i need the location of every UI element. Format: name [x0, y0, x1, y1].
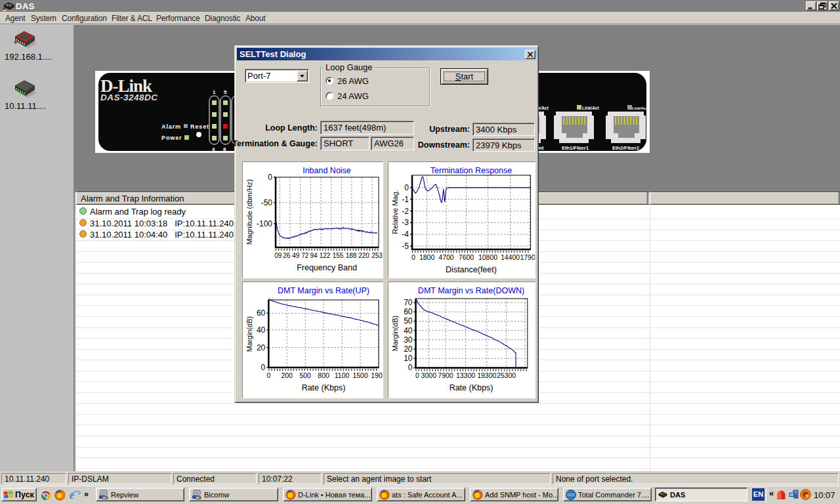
svg-text:-2: -2: [402, 207, 409, 216]
svg-text:0: 0: [411, 253, 415, 261]
svg-text:5: 5: [224, 89, 227, 95]
svg-text:Frequency Band: Frequency Band: [297, 263, 357, 272]
svg-text:-50: -50: [261, 198, 273, 207]
svg-text:1500: 1500: [352, 371, 368, 379]
svg-text:Eth2/Fiber2: Eth2/Fiber2: [612, 145, 639, 151]
svg-text:800: 800: [318, 371, 329, 379]
svg-text:25300: 25300: [497, 371, 516, 379]
svg-text:Rate (Kbps): Rate (Kbps): [450, 383, 494, 392]
svg-text:Termination Response: Termination Response: [430, 166, 512, 175]
svg-text:DMT Margin vs Rate(DOWN): DMT Margin vs Rate(DOWN): [418, 286, 524, 295]
svg-text:1800: 1800: [419, 253, 435, 261]
svg-text:Inband Noise: Inband Noise: [303, 166, 351, 175]
svg-text:Eth1/Fiber1: Eth1/Fiber1: [562, 145, 589, 151]
svg-text:Link/Act: Link/Act: [582, 106, 599, 110]
svg-text:Rate (Kbps): Rate (Kbps): [302, 383, 346, 392]
svg-text:0: 0: [266, 371, 270, 379]
svg-text:DMT Margin vs Rate(UP): DMT Margin vs Rate(UP): [278, 286, 369, 295]
svg-text:-1: -1: [402, 195, 409, 204]
svg-text:60: 60: [257, 308, 266, 318]
svg-text:72: 72: [301, 252, 309, 259]
svg-text:Magnitude (dbm/Hz): Magnitude (dbm/Hz): [245, 179, 253, 245]
svg-text:-100: -100: [257, 219, 272, 228]
svg-text:94: 94: [310, 252, 318, 259]
svg-text:1900: 1900: [371, 371, 383, 379]
svg-text:0: 0: [268, 173, 272, 182]
svg-text:0: 0: [404, 183, 409, 192]
svg-text:19300: 19300: [477, 371, 496, 379]
svg-text:50: 50: [404, 316, 413, 326]
svg-text:Relative Mag.: Relative Mag.: [391, 190, 399, 234]
svg-text:200: 200: [281, 371, 293, 379]
svg-text:40: 40: [257, 326, 266, 335]
svg-text:0: 0: [415, 371, 419, 379]
svg-text:40: 40: [404, 326, 413, 335]
svg-text:4700: 4700: [438, 253, 454, 261]
svg-text:3000: 3000: [421, 371, 437, 379]
svg-text:49: 49: [292, 252, 300, 259]
svg-text:9: 9: [278, 252, 282, 259]
svg-text:1100: 1100: [335, 371, 350, 379]
svg-text:26: 26: [283, 252, 291, 259]
svg-text:13300: 13300: [456, 371, 475, 379]
svg-text:122: 122: [320, 252, 331, 259]
svg-text:Distance(feet): Distance(feet): [446, 265, 497, 274]
svg-text:14400: 14400: [501, 253, 520, 261]
svg-text:10: 10: [404, 354, 413, 363]
svg-text:-5: -5: [402, 242, 409, 251]
svg-text:4: 4: [212, 146, 215, 152]
svg-text:0: 0: [261, 363, 266, 372]
svg-text:8: 8: [223, 146, 226, 152]
svg-text:20: 20: [257, 343, 266, 352]
svg-text:155: 155: [333, 252, 344, 259]
svg-text:7600: 7600: [459, 253, 474, 261]
svg-text:500: 500: [299, 371, 311, 379]
svg-text:7900: 7900: [438, 371, 453, 379]
svg-text:17900: 17900: [520, 253, 535, 261]
svg-text:20: 20: [404, 345, 413, 354]
svg-text:Link/Act: Link/Act: [632, 106, 648, 110]
svg-text:188: 188: [346, 252, 357, 259]
svg-text:60: 60: [404, 307, 413, 316]
svg-text:-4: -4: [402, 230, 409, 239]
svg-text:-3: -3: [402, 218, 409, 227]
svg-text:0: 0: [408, 363, 413, 372]
svg-text:253: 253: [371, 252, 383, 259]
svg-text:Margin(dB): Margin(dB): [391, 316, 399, 351]
svg-text:30: 30: [404, 335, 413, 345]
svg-text:1: 1: [213, 89, 216, 95]
svg-text:10800: 10800: [478, 253, 497, 261]
svg-text:220: 220: [358, 252, 369, 259]
svg-text:Margin(dB): Margin(dB): [245, 316, 253, 352]
svg-text:70: 70: [404, 298, 413, 307]
